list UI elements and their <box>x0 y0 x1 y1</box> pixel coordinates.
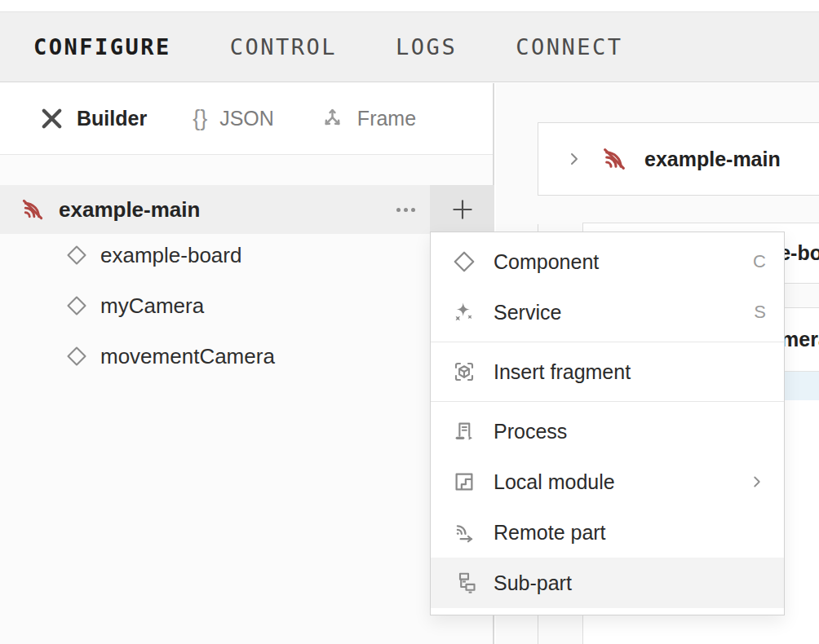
view-frame-button[interactable]: Frame <box>320 106 416 131</box>
tree-item-mycamera[interactable]: myCamera <box>0 280 494 331</box>
add-resource-menu: Component C Service S <box>430 232 785 615</box>
menu-item-label: Process <box>494 420 567 443</box>
shortcut-key: C <box>753 251 766 272</box>
menu-item-component[interactable]: Component C <box>431 236 784 287</box>
tab-connect[interactable]: CONNECT <box>516 34 622 60</box>
tree-root-label: example-main <box>59 197 389 223</box>
builder-tools-icon <box>39 106 64 131</box>
braces-icon: {} <box>193 106 207 131</box>
config-sidebar: Builder {} JSON Frame <box>0 83 494 644</box>
component-diamond-icon <box>450 249 478 274</box>
fragment-cube-icon <box>450 359 478 384</box>
offline-wifi-icon <box>20 197 45 222</box>
menu-item-sub-part[interactable]: Sub-part <box>431 558 784 608</box>
menu-group-advanced: Process Local module <box>431 402 784 612</box>
tree-item-label: movementCamera <box>100 344 275 369</box>
plus-icon <box>449 196 476 223</box>
tree-item-board[interactable]: example-board <box>0 230 494 280</box>
service-sparkles-icon <box>450 300 478 324</box>
menu-item-process[interactable]: Process <box>431 406 784 457</box>
menu-item-label: Service <box>494 301 561 324</box>
component-diamond-icon <box>65 345 88 368</box>
tab-configure[interactable]: CONFIGURE <box>33 34 171 60</box>
menu-item-label: Remote part <box>494 521 606 545</box>
main-part-card[interactable]: example-main <box>538 122 819 196</box>
view-switcher: Builder {} JSON Frame <box>0 83 493 155</box>
menu-item-insert-fragment[interactable]: Insert fragment <box>431 346 784 397</box>
top-navbar: CONFIGURE CONTROL LOGS CONNECT <box>0 11 819 82</box>
add-resource-button[interactable] <box>430 185 494 234</box>
menu-group-fragment: Insert fragment <box>431 342 784 401</box>
view-builder-label: Builder <box>77 107 147 130</box>
view-json-label: JSON <box>219 107 274 130</box>
menu-item-label: Sub-part <box>494 571 572 595</box>
menu-item-local-module[interactable]: Local module <box>431 457 784 507</box>
tab-logs[interactable]: LOGS <box>396 34 457 60</box>
tab-control[interactable]: CONTROL <box>230 34 337 60</box>
app-window: CONFIGURE CONTROL LOGS CONNECT example-m… <box>0 0 819 644</box>
view-json-button[interactable]: {} JSON <box>193 106 274 131</box>
shortcut-key: S <box>754 302 766 323</box>
menu-item-label: Component <box>494 250 599 274</box>
tree-root-row[interactable]: example-main <box>0 185 494 234</box>
view-builder-button[interactable]: Builder <box>39 106 147 131</box>
component-diamond-icon <box>65 294 88 317</box>
sub-part-network-icon <box>450 571 478 595</box>
menu-item-label: Local module <box>494 470 615 494</box>
module-steps-icon <box>450 470 478 494</box>
submenu-chevron-icon <box>748 473 766 491</box>
menu-item-service[interactable]: Service S <box>431 287 784 337</box>
tree-item-movementcamera[interactable]: movementCamera <box>0 331 494 382</box>
menu-item-remote-part[interactable]: Remote part <box>431 507 784 558</box>
offline-wifi-icon <box>601 146 627 172</box>
more-options-button[interactable] <box>389 185 422 234</box>
view-frame-label: Frame <box>357 107 416 130</box>
tree-item-label: myCamera <box>100 293 204 319</box>
process-script-icon <box>450 419 478 443</box>
remote-signal-icon <box>450 520 478 545</box>
menu-item-label: Insert fragment <box>494 360 631 384</box>
main-part-title: example-main <box>644 148 781 171</box>
frame-axes-icon <box>320 106 345 131</box>
tree-item-label: example-board <box>100 243 241 268</box>
menu-group-resources: Component C Service S <box>431 232 784 342</box>
chevron-right-icon[interactable] <box>564 149 584 169</box>
component-diamond-icon <box>65 244 88 267</box>
